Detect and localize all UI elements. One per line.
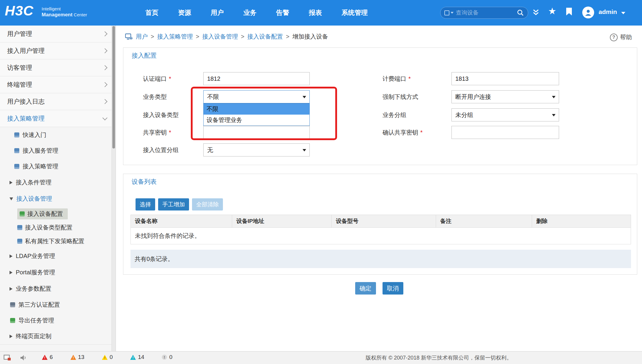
menu-item-label: 业务参数配置: [16, 285, 51, 293]
sidebar-item-user-management[interactable]: 用户管理: [0, 26, 116, 42]
col-device-ip: 设备IP地址: [232, 215, 332, 227]
breadcrumb-link-access-policy[interactable]: 接入策略管理: [157, 33, 193, 41]
ok-button[interactable]: 确定: [355, 282, 376, 295]
menu-item-private-attribute-policy-config[interactable]: 私有属性下发策略配置: [0, 234, 116, 248]
menu-group-portal[interactable]: Portal服务管理: [0, 264, 116, 281]
imc-window: H3C Intelligent Management Center 首页 资源 …: [0, 0, 642, 364]
collapse-header-icon[interactable]: [532, 9, 540, 16]
sidebar-item-user-access-log[interactable]: 用户接入日志: [0, 93, 116, 110]
menu-item-access-service-management[interactable]: 接入服务管理: [0, 143, 116, 159]
shared-key-input[interactable]: [203, 126, 310, 139]
col-device-model: 设备型号: [332, 215, 436, 227]
menu-item-export-task-management[interactable]: 导出任务管理: [0, 313, 116, 328]
private-attribute-icon: [17, 239, 22, 244]
status-left-icons: [4, 354, 27, 363]
user-menu-caret-icon[interactable]: [621, 12, 625, 14]
menu-item-access-device-type-config[interactable]: 接入设备类型配置: [0, 221, 116, 234]
sidebar-scrollbar-thumb[interactable]: [112, 26, 115, 148]
menu-group-access-condition[interactable]: 接入条件管理: [0, 174, 116, 191]
breadcrumb-link-access-device[interactable]: 接入设备管理: [202, 33, 238, 41]
menu-item-label: 接入设备类型配置: [25, 224, 73, 232]
menu-item-quick-start[interactable]: 快速入门: [0, 127, 116, 143]
minor-alarm-count: 0: [110, 354, 113, 360]
nav-item-reports[interactable]: 报表: [299, 8, 332, 17]
major-alarms[interactable]: ! 13: [70, 354, 84, 360]
search-icon[interactable]: [517, 9, 524, 16]
dropdown-option-device-management[interactable]: 设备管理业务: [204, 115, 309, 126]
sidebar-item-label: 用户接入日志: [7, 97, 45, 106]
menu-group-service-parameters[interactable]: 业务参数配置: [0, 281, 116, 297]
triangle-down-icon: [10, 197, 13, 200]
nav-item-resources[interactable]: 资源: [168, 8, 201, 17]
empty-row: 未找到符合条件的记录。: [131, 228, 631, 244]
access-device-type-icon: [17, 225, 22, 230]
favorites-star-icon[interactable]: [548, 7, 556, 16]
sidebar-item-guest-management[interactable]: 访客管理: [0, 59, 116, 76]
menu-group-terminal-page-customization[interactable]: 终端页面定制: [0, 328, 116, 345]
critical-alarm-icon: !: [42, 354, 48, 360]
col-delete: 删除: [532, 215, 631, 227]
console-window-icon[interactable]: [4, 354, 11, 363]
search-scope-icon[interactable]: [444, 10, 454, 15]
location-group-select[interactable]: 无: [203, 143, 310, 156]
alarm-summary: ! 6 ! 13 ! 0 ! 14 ! 0: [42, 354, 172, 360]
h3c-logo[interactable]: H3C: [5, 2, 34, 19]
select-device-button[interactable]: 选择: [136, 198, 155, 211]
svg-text:!: !: [164, 355, 165, 360]
service-type-select[interactable]: 不限: [203, 90, 310, 103]
menu-item-access-policy-management[interactable]: 接入策略管理: [0, 159, 116, 174]
dropdown-caret-icon: [552, 96, 556, 98]
user-avatar[interactable]: [582, 7, 594, 18]
breadcrumb-separator: [151, 33, 154, 40]
nav-item-users[interactable]: 用户: [201, 8, 234, 17]
triangle-right-icon: [10, 271, 12, 274]
svg-text:!: !: [104, 356, 105, 360]
breadcrumb-link-users[interactable]: 用户: [136, 33, 148, 41]
sidebar-item-access-user-management[interactable]: 接入用户管理: [0, 42, 116, 59]
search-input[interactable]: [454, 10, 517, 16]
auth-port-input[interactable]: [203, 72, 310, 85]
manual-add-button[interactable]: 手工增加: [158, 198, 189, 211]
logo-subtitle: Intelligent Management Center: [42, 6, 87, 18]
access-config-title: 接入配置: [132, 51, 157, 60]
menu-item-label: 快速入门: [23, 131, 46, 139]
menu-item-access-device-config-selected[interactable]: 接入设备配置: [0, 207, 116, 221]
menu-group-access-device[interactable]: 接入设备管理: [0, 191, 116, 207]
menu-item-label: Portal服务管理: [16, 268, 55, 276]
top-header: H3C Intelligent Management Center 首页 资源 …: [0, 0, 642, 26]
menu-item-third-party-auth-config[interactable]: 第三方认证配置: [0, 297, 116, 313]
breadcrumb-link-access-device-config[interactable]: 接入设备配置: [247, 33, 283, 41]
minor-alarms[interactable]: ! 0: [102, 354, 113, 360]
triangle-right-icon: [10, 287, 12, 291]
help-link[interactable]: 帮助: [610, 33, 632, 41]
auth-port-label: 认证端口: [143, 72, 171, 85]
location-group-label: 接入位置分组: [143, 143, 179, 156]
chevron-down-icon: [103, 115, 108, 121]
menu-group-ldap[interactable]: LDAP业务管理: [0, 248, 116, 264]
sidebar-item-access-policy-management[interactable]: 接入策略管理: [0, 110, 116, 127]
nav-item-system[interactable]: 系统管理: [332, 8, 377, 17]
breadcrumb-separator: [241, 33, 244, 40]
info-alarms[interactable]: ! 0: [161, 354, 172, 360]
dropdown-caret-icon: [303, 149, 306, 151]
warning-alarm-icon: !: [130, 354, 136, 360]
help-label: 帮助: [620, 33, 632, 41]
third-party-auth-icon: [10, 302, 15, 307]
dropdown-option-unlimited[interactable]: 不限: [204, 104, 309, 115]
warning-alarms[interactable]: ! 14: [130, 354, 144, 360]
service-group-select[interactable]: 未分组: [451, 108, 559, 121]
acct-port-input[interactable]: [451, 72, 559, 85]
critical-alarms[interactable]: ! 6: [42, 354, 53, 360]
username-label[interactable]: admin: [599, 8, 617, 15]
force-offline-select[interactable]: 断开用户连接: [451, 90, 559, 103]
sidebar-item-terminal-management[interactable]: 终端管理: [0, 76, 116, 93]
nav-item-services[interactable]: 业务: [234, 8, 266, 17]
nav-item-alarms[interactable]: 告警: [266, 8, 299, 17]
alarm-sound-icon[interactable]: [20, 354, 27, 363]
bookmark-icon[interactable]: [566, 8, 572, 15]
nav-item-home[interactable]: 首页: [136, 8, 168, 17]
device-list-toolbar: 选择 手工增加 全部清除: [136, 198, 223, 211]
cancel-button[interactable]: 取消: [383, 282, 403, 295]
svg-text:!: !: [44, 356, 45, 360]
confirm-key-input[interactable]: [451, 126, 559, 139]
